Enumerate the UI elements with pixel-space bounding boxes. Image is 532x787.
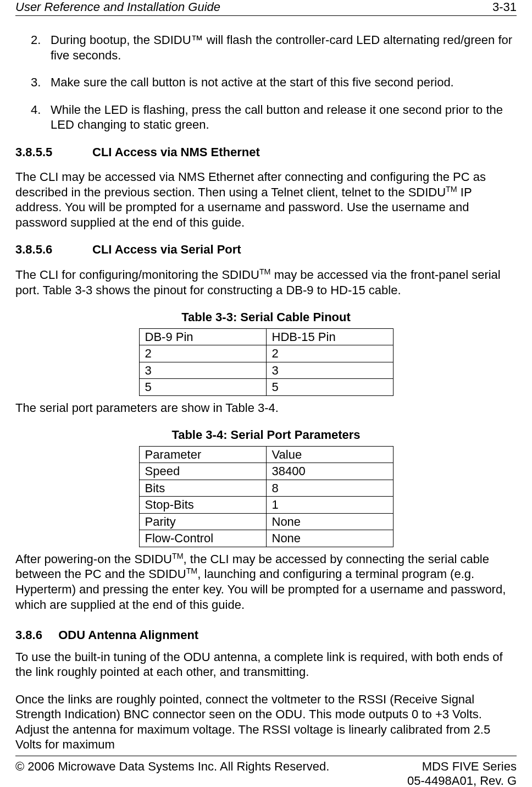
table-cell: Parity [139, 513, 266, 530]
table-cell: 1 [266, 497, 393, 514]
list-item: 3. Make sure the call button is not acti… [31, 75, 517, 90]
table-cell: 3 [139, 362, 266, 379]
text: The CLI for configuring/monitoring the S… [15, 268, 259, 282]
table-header-cell: DB-9 Pin [139, 328, 266, 345]
text: After powering-on the SDIDU [15, 552, 172, 566]
table-cell: Speed [139, 463, 266, 480]
table-cell: 3 [266, 362, 393, 379]
table-row: 2 2 [139, 345, 393, 362]
header-title: User Reference and Installation Guide [15, 0, 220, 14]
table-cell: Flow-Control [139, 530, 266, 547]
heading-number: 3.8.5.5 [15, 145, 92, 160]
trademark-sup: TM [259, 267, 271, 276]
heading-title: ODU Antenna Alignment [58, 628, 198, 642]
serial-cable-pinout-table: DB-9 Pin HDB-15 Pin 2 2 3 3 5 5 [139, 328, 394, 396]
trademark-sup: TM [186, 566, 198, 575]
table-cell: 5 [266, 379, 393, 396]
page-header: User Reference and Installation Guide 3-… [15, 0, 517, 16]
paragraph: To use the built-in tuning of the ODU an… [15, 650, 517, 680]
list-text: While the LED is flashing, press the cal… [51, 102, 517, 133]
table-cell: Stop-Bits [139, 497, 266, 514]
table-row: 5 5 [139, 379, 393, 396]
paragraph: The serial port parameters are show in T… [15, 400, 517, 416]
list-number: 3. [31, 75, 51, 90]
table-cell: 5 [139, 379, 266, 396]
heading-number: 3.8.5.6 [15, 242, 92, 257]
table-34-caption: Table 3-4: Serial Port Parameters [15, 427, 517, 443]
table-cell: Bits [139, 480, 266, 497]
trademark-sup: TM [172, 552, 184, 560]
table-cell: 2 [266, 345, 393, 362]
footer-copyright: © 2006 Microwave Data Systems Inc. All R… [15, 760, 329, 787]
list-item: 4. While the LED is flashing, press the … [31, 102, 517, 133]
section-heading-386: 3.8.6 ODU Antenna Alignment [15, 628, 517, 643]
table-cell: 38400 [266, 463, 393, 480]
section-heading-3856: 3.8.5.6 CLI Access via Serial Port [15, 242, 517, 257]
serial-port-parameters-table: Parameter Value Speed 38400 Bits 8 Stop-… [139, 446, 394, 547]
table-row: Bits 8 [139, 480, 393, 497]
table-header-cell: Value [266, 446, 393, 463]
heading-title: CLI Access via Serial Port [92, 242, 241, 257]
table-cell: None [266, 513, 393, 530]
table-row: DB-9 Pin HDB-15 Pin [139, 328, 393, 345]
table-header-cell: Parameter [139, 446, 266, 463]
list-text: Make sure the call button is not active … [51, 75, 517, 90]
footer-revision: 05-4498A01, Rev. G [407, 774, 517, 787]
section-heading-3855: 3.8.5.5 CLI Access via NMS Ethernet [15, 145, 517, 160]
heading-title: CLI Access via NMS Ethernet [92, 145, 260, 160]
list-number: 2. [31, 32, 51, 63]
footer-series: MDS FIVE Series [407, 760, 517, 774]
header-page-number: 3-31 [492, 0, 517, 14]
paragraph: After powering-on the SDIDUTM, the CLI m… [15, 552, 517, 613]
table-row: Parameter Value [139, 446, 393, 463]
paragraph: Once the links are roughly pointed, conn… [15, 692, 517, 752]
table-row: Flow-Control None [139, 530, 393, 547]
list-text: During bootup, the SDIDU™ will flash the… [51, 32, 517, 63]
paragraph: The CLI may be accessed via NMS Ethernet… [15, 169, 517, 230]
page-content: 2. During bootup, the SDIDU™ will flash … [15, 32, 517, 756]
table-cell: 8 [266, 480, 393, 497]
list-item: 2. During bootup, the SDIDU™ will flash … [31, 32, 517, 63]
table-33-caption: Table 3-3: Serial Cable Pinout [15, 310, 517, 325]
table-row: Speed 38400 [139, 463, 393, 480]
trademark-sup: TM [446, 185, 457, 194]
page-footer: © 2006 Microwave Data Systems Inc. All R… [15, 756, 517, 787]
text: The CLI may be accessed via NMS Ethernet… [15, 170, 486, 199]
paragraph: The CLI for configuring/monitoring the S… [15, 267, 517, 298]
heading-number: 3.8.6 [15, 628, 55, 643]
table-row: Parity None [139, 513, 393, 530]
footer-doc-id: MDS FIVE Series 05-4498A01, Rev. G [407, 760, 517, 787]
table-cell: None [266, 530, 393, 547]
list-number: 4. [31, 102, 51, 133]
table-row: 3 3 [139, 362, 393, 379]
table-header-cell: HDB-15 Pin [266, 328, 393, 345]
table-row: Stop-Bits 1 [139, 497, 393, 514]
table-cell: 2 [139, 345, 266, 362]
